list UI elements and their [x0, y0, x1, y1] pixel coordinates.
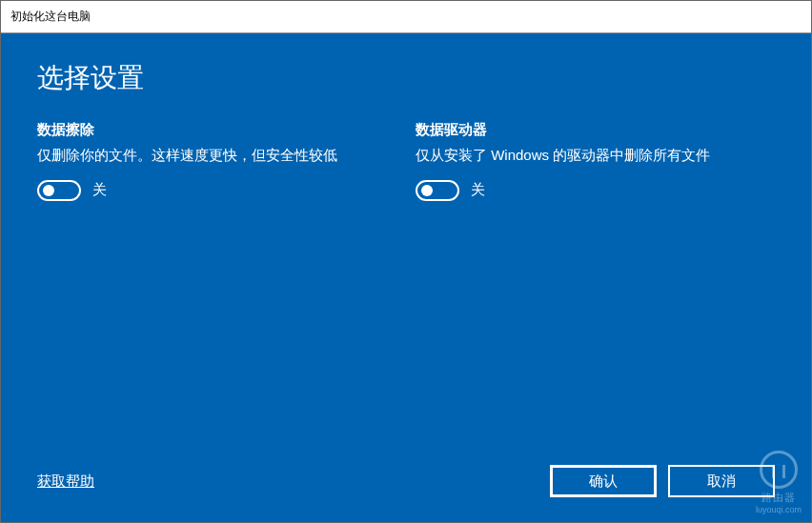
toggle-label-data-drives: 关 — [471, 181, 485, 199]
toggle-data-drives[interactable] — [416, 180, 459, 201]
footer: 获取帮助 确认 取消 — [37, 465, 775, 503]
confirm-button[interactable]: 确认 — [550, 465, 657, 497]
content-area: 选择设置 数据擦除 仅删除你的文件。这样速度更快，但安全性较低 关 数据驱动器 … — [1, 33, 811, 522]
reset-pc-window: 初始化这台电脑 选择设置 数据擦除 仅删除你的文件。这样速度更快，但安全性较低 … — [0, 0, 812, 523]
cancel-button[interactable]: 取消 — [668, 465, 775, 497]
settings-columns: 数据擦除 仅删除你的文件。这样速度更快，但安全性较低 关 数据驱动器 仅从安装了… — [37, 121, 775, 201]
toggle-knob — [43, 185, 54, 196]
setting-desc-data-erase: 仅删除你的文件。这样速度更快，但安全性较低 — [37, 145, 396, 167]
button-group: 确认 取消 — [550, 465, 775, 497]
toggle-row-data-erase: 关 — [37, 180, 396, 201]
toggle-row-data-drives: 关 — [416, 180, 775, 201]
toggle-data-erase[interactable] — [37, 180, 81, 201]
setting-desc-data-drives: 仅从安装了 Windows 的驱动器中删除所有文件 — [416, 145, 775, 167]
help-link[interactable]: 获取帮助 — [37, 473, 94, 491]
toggle-knob — [421, 185, 433, 196]
page-title: 选择设置 — [37, 60, 775, 96]
window-titlebar: 初始化这台电脑 — [1, 1, 811, 33]
setting-data-drives: 数据驱动器 仅从安装了 Windows 的驱动器中删除所有文件 关 — [416, 121, 775, 201]
window-title: 初始化这台电脑 — [10, 9, 91, 25]
setting-title-data-erase: 数据擦除 — [37, 121, 396, 139]
toggle-label-data-erase: 关 — [92, 181, 107, 199]
setting-data-erase: 数据擦除 仅删除你的文件。这样速度更快，但安全性较低 关 — [37, 121, 396, 201]
setting-title-data-drives: 数据驱动器 — [416, 121, 775, 139]
watermark-url: luyouqi.com — [756, 505, 802, 514]
